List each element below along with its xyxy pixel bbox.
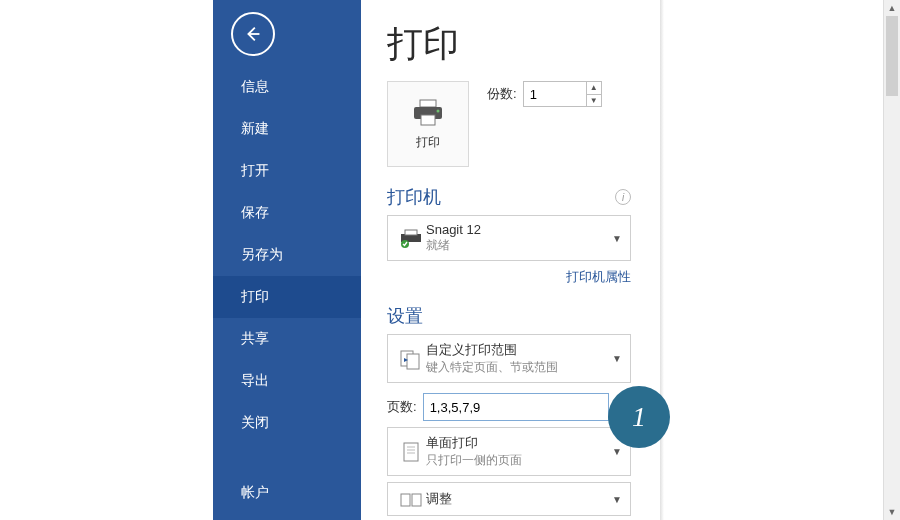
sidebar-item-print[interactable]: 打印: [213, 276, 361, 318]
sides-title: 单面打印: [426, 434, 612, 452]
copies-input[interactable]: [524, 82, 586, 106]
sides-dropdown[interactable]: 单面打印 只打印一侧的页面 ▼: [387, 427, 631, 476]
svg-rect-2: [421, 115, 435, 125]
chevron-down-icon: ▼: [612, 494, 622, 505]
page-title: 打印: [387, 20, 631, 69]
print-range-title: 自定义打印范围: [426, 341, 612, 359]
svg-rect-9: [404, 443, 418, 461]
copies-decrement[interactable]: ▼: [587, 95, 601, 107]
print-button[interactable]: 打印: [387, 81, 469, 167]
collate-icon: [396, 489, 426, 509]
print-button-label: 打印: [416, 134, 440, 151]
sidebar-item-saveas[interactable]: 另存为: [213, 234, 361, 276]
arrow-left-icon: [242, 23, 264, 45]
print-range-dropdown[interactable]: 自定义打印范围 键入特定页面、节或范围 ▼: [387, 334, 631, 383]
scroll-thumb[interactable]: [886, 16, 898, 96]
printer-name: Snagit 12: [426, 222, 612, 237]
sidebar-item-open[interactable]: 打开: [213, 150, 361, 192]
printer-status: 就绪: [426, 237, 612, 254]
step-badge: 1: [608, 386, 670, 448]
pages-range-icon: [396, 348, 426, 370]
copies-label: 份数:: [487, 85, 517, 103]
sidebar-item-export[interactable]: 导出: [213, 360, 361, 402]
scroll-up-icon[interactable]: ▲: [884, 0, 900, 16]
printer-dropdown[interactable]: Snagit 12 就绪 ▼: [387, 215, 631, 261]
printer-icon: [410, 98, 446, 128]
sidebar-item-save[interactable]: 保存: [213, 192, 361, 234]
copies-increment[interactable]: ▲: [587, 82, 601, 95]
preview-divider: [660, 0, 664, 520]
printer-section-title: 打印机: [387, 185, 441, 209]
backstage-sidebar: 信息 新建 打开 保存 另存为 打印 共享 导出 关闭 帐户 选项: [213, 0, 361, 520]
sides-sub: 只打印一侧的页面: [426, 452, 612, 469]
back-button[interactable]: [231, 12, 275, 56]
scroll-down-icon[interactable]: ▼: [884, 504, 900, 520]
chevron-down-icon: ▼: [612, 233, 622, 244]
collate-title: 调整: [426, 490, 612, 508]
svg-rect-14: [412, 494, 421, 506]
svg-rect-5: [405, 230, 417, 235]
sidebar-item-close[interactable]: 关闭: [213, 402, 361, 444]
sidebar-item-new[interactable]: 新建: [213, 108, 361, 150]
pages-label: 页数:: [387, 398, 417, 416]
pages-input[interactable]: [423, 393, 609, 421]
printer-properties-link[interactable]: 打印机属性: [566, 269, 631, 284]
sidebar-item-account[interactable]: 帐户: [213, 472, 361, 514]
settings-scrollbar[interactable]: ▲ ▼: [883, 0, 900, 520]
sidebar-item-info[interactable]: 信息: [213, 66, 361, 108]
settings-section-title: 设置: [387, 304, 423, 328]
printer-info-icon[interactable]: i: [615, 189, 631, 205]
chevron-down-icon: ▼: [612, 446, 622, 457]
copies-spinner[interactable]: ▲ ▼: [523, 81, 602, 107]
single-side-icon: [396, 441, 426, 463]
sidebar-item-options[interactable]: 选项: [213, 514, 361, 520]
printer-ready-icon: [396, 228, 426, 248]
collate-dropdown[interactable]: 调整 ▼: [387, 482, 631, 516]
sidebar-item-share[interactable]: 共享: [213, 318, 361, 360]
svg-rect-8: [407, 354, 419, 369]
svg-point-3: [437, 109, 440, 112]
chevron-down-icon: ▼: [612, 353, 622, 364]
print-range-sub: 键入特定页面、节或范围: [426, 359, 612, 376]
svg-rect-0: [420, 100, 436, 107]
svg-rect-13: [401, 494, 410, 506]
